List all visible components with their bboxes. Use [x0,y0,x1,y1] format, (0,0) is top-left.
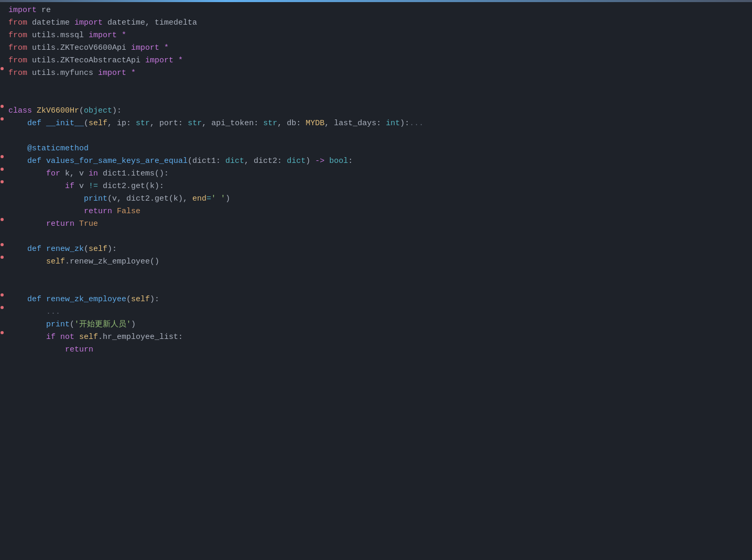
line-gutter [0,306,4,309]
line-content: if not self.hr_employee_list: [4,331,752,344]
code-line [0,92,752,105]
token: def [8,119,41,128]
token: ) [225,194,230,203]
code-line: from utils.mssql import * [0,29,752,42]
breakpoint-dot[interactable] [1,180,4,183]
token: self [79,333,98,342]
token: MYDB [306,119,324,128]
code-line: def values_for_same_keys_are_equal(dict1… [0,155,752,168]
line-content: if v != dict2.get(k): [4,180,752,193]
token: self [46,257,65,266]
token: str [188,119,202,128]
token: dict [287,157,306,166]
line-gutter [0,105,4,108]
line-content: def values_for_same_keys_are_equal(dict1… [4,155,752,168]
breakpoint-dot[interactable] [1,331,4,334]
token: : [348,157,353,166]
code-line: def __init__(self, ip: str, port: str, a… [0,117,752,130]
code-line: import re [0,4,752,17]
token: import [131,43,159,52]
breakpoint-dot[interactable] [1,293,4,297]
code-line: return [0,344,752,356]
line-gutter [0,218,4,221]
token: datetime, timedelta [103,18,197,27]
line-gutter [0,243,4,246]
token: def [8,295,41,304]
token: .hr_employee_list: [98,333,183,342]
token [8,308,46,316]
code-line: if not self.hr_employee_list: [0,331,752,344]
code-line: return True [0,218,752,230]
code-line: if v != dict2.get(k): [0,180,752,193]
breakpoint-dot[interactable] [1,168,4,171]
token: , api_token: [202,119,263,128]
token: __init__ [46,119,84,128]
code-line: for k, v in dict1.items(): [0,168,752,180]
line-content: from datetime import datetime, timedelta [4,17,752,29]
breakpoint-dot[interactable] [1,218,4,221]
code-line: from datetime import datetime, timedelta [0,17,752,29]
token: int [386,119,400,128]
token: print [84,194,107,203]
line-content: self.renew_zk_employee() [4,256,752,268]
token: '开始更新人员' [74,320,131,329]
token: utils.ZKTecoAbstractApi [27,56,145,65]
code-line: def renew_zk_employee(self): [0,293,752,306]
line-content: return True [4,218,752,230]
token: self [89,119,107,128]
token: values_for_same_keys_are_equal [46,157,188,166]
code-line: from utils.ZKTecoV6600Api import * [0,42,752,54]
token: str [136,119,150,128]
token: ... [409,119,423,128]
line-content: from utils.mssql import * [4,29,752,42]
token [74,333,79,342]
breakpoint-dot[interactable] [1,67,4,70]
token: re [37,6,51,15]
token [8,219,46,228]
token [41,245,46,254]
code-line [0,281,752,293]
code-line: self.renew_zk_employee() [0,256,752,268]
token [41,157,46,166]
breakpoint-dot[interactable] [1,117,4,120]
code-line: def renew_zk(self): [0,243,752,256]
token: k, v [60,169,89,178]
token: * [173,56,183,65]
token [74,219,79,228]
token: , last_days: [324,119,386,128]
token: from [8,69,27,78]
token: def [8,157,41,166]
breakpoint-dot[interactable] [1,306,4,309]
code-line: print(v, dict2.get(k), end=' ') [0,193,752,205]
line-gutter [0,155,4,158]
token: @staticmethod [27,144,89,153]
breakpoint-dot[interactable] [1,243,4,246]
token: ... [46,308,60,316]
line-content: for k, v in dict1.items(): [4,168,752,180]
breakpoint-dot[interactable] [1,256,4,259]
token: from [8,56,27,65]
line-content: from utils.ZKTecoAbstractApi import * [4,54,752,67]
token: if [65,182,74,191]
token [32,106,37,115]
line-content: return [4,344,752,356]
token: object [84,106,112,115]
code-line: @staticmethod [0,142,752,155]
code-editor: import refrom datetime import datetime, … [0,2,752,560]
breakpoint-dot[interactable] [1,105,4,108]
breakpoint-dot[interactable] [1,155,4,158]
token: bool [329,157,348,166]
code-line: ... [0,306,752,319]
token: ( [126,295,131,304]
code-line: class ZkV6600Hr(object): [0,105,752,117]
token: in [89,169,98,178]
token: -> [315,157,324,166]
line-content: def renew_zk(self): [4,243,752,256]
token: from [8,43,27,52]
token: ZkV6600Hr [37,106,79,115]
token: , db: [277,119,306,128]
line-gutter [0,331,4,334]
token [112,207,117,216]
token [8,144,27,153]
token [56,333,60,342]
